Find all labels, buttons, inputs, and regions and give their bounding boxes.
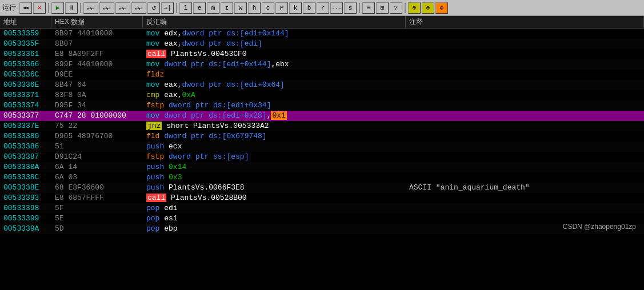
toolbar-btn-help[interactable]: ? [390,2,402,14]
cell-disasm: pop edi [143,203,406,214]
toolbar-btn-grid[interactable]: ⊞ [376,2,389,14]
cell-addr: 0053335F [0,39,51,49]
table-row[interactable]: 00533399 5E pop esi [0,214,644,224]
cell-hex: 899F 44010000 [51,59,143,70]
toolbar-sep-5 [405,3,406,13]
table-row[interactable]: 00533359 8B97 44010000 mov edx,dword ptr… [0,29,644,39]
table-row[interactable]: 0053338E 68 E8F36600 push PlantsVs.0066F… [0,183,644,193]
table-row[interactable]: 00533393 E8 6857FFFF call PlantsVs.00528… [0,193,644,203]
toolbar-sep-1 [48,3,49,13]
table-row[interactable]: 00533377 C747 28 01000000 mov dword ptr … [0,111,644,121]
toolbar-btn-r[interactable]: r [317,2,329,14]
table-row[interactable]: 00533380 D905 48976700 fld dword ptr ds:… [0,131,644,142]
cell-comment [406,111,644,121]
cell-comment [406,70,644,80]
cell-comment [406,59,644,70]
cell-addr: 0053336C [0,70,51,80]
toolbar-btn-h[interactable]: h [248,2,261,14]
cell-disasm: mov dword ptr ds:[edi+0x28],0x1 [143,111,406,121]
cell-disasm: mov edx,dword ptr ds:[edi+0x144] [143,29,406,39]
toolbar-btn-undo[interactable]: ↺ [147,2,160,14]
toolbar-btn-opt1[interactable]: ⊕ [408,2,421,14]
cell-disasm: fld dword ptr ds:[0x679748] [143,131,406,142]
toolbar-btn-pause[interactable]: ⏸ [65,2,78,14]
toolbar-btn-animate[interactable]: ↵↵ [131,2,146,14]
toolbar-btn-stop[interactable]: ✕ [33,2,46,14]
cell-addr: 0053336E [0,80,51,90]
toolbar-sep-3 [176,3,177,13]
cell-comment [406,203,644,214]
toolbar-btn-c[interactable]: c [262,2,274,14]
toolbar-btn-t[interactable]: t [221,2,233,14]
table-row[interactable]: 00533387 D91C24 fstp dword ptr ss:[esp] [0,152,644,162]
cell-comment [406,49,644,59]
cell-hex: 6A 03 [51,172,143,183]
toolbar-btn-stepout[interactable]: ↵↵ [115,2,130,14]
table-row[interactable]: 00533374 D95F 34 fstp dword ptr ds:[edi+… [0,100,644,111]
cell-hex: 75 22 [51,121,143,131]
cell-hex: D95F 34 [51,100,143,111]
cell-addr: 00533387 [0,152,51,162]
cell-disasm: push PlantsVs.0066F3E8 [143,183,406,193]
toolbar-btn-opt2[interactable]: ⊕ [422,2,434,14]
toolbar-btn-play[interactable] [51,2,64,14]
cell-disasm: pop esi [143,214,406,224]
table-row[interactable]: 0053339A 5D pop ebp [0,224,644,234]
table-row[interactable]: 0053335F 8B07 mov eax,dword ptr ds:[edi] [0,39,644,49]
cell-disasm: mov dword ptr ds:[edi+0x144],ebx [143,59,406,70]
table-row[interactable]: 00533366 899F 44010000 mov dword ptr ds:… [0,59,644,70]
cell-hex: D91C24 [51,152,143,162]
cell-comment [406,121,644,131]
toolbar-btn-m[interactable]: m [207,2,219,14]
cell-disasm: pop ebp [143,224,406,234]
toolbar-btn-l[interactable]: l [179,2,192,14]
cell-comment [406,142,644,152]
cell-addr: 0053338E [0,183,51,193]
toolbar-btn-list[interactable]: ≡ [362,2,375,14]
cell-comment [406,100,644,111]
toolbar-btn-rw[interactable] [19,2,32,14]
cell-hex: 8B47 64 [51,80,143,90]
cell-hex: 8B07 [51,39,143,49]
toolbar-btn-e[interactable]: e [193,2,206,14]
table-row[interactable]: 0053338C 6A 03 push 0x3 [0,172,644,183]
cell-comment [406,193,644,203]
toolbar-btn-w[interactable]: w [234,2,247,14]
cell-hex: E8 8A09F2FF [51,49,143,59]
cell-comment [406,131,644,142]
toolbar-btn-stepinto[interactable]: ↵↵ [83,2,98,14]
cell-hex: E8 6857FFFF [51,193,143,203]
toolbar-btn-s[interactable]: s [344,2,357,14]
cell-addr: 0053337E [0,121,51,131]
cell-disasm: mov eax,dword ptr ds:[edi] [143,39,406,49]
table-row[interactable]: 0053338A 6A 14 push 0x14 [0,162,644,172]
table-row[interactable]: 00533361 E8 8A09F2FF call PlantsVs.00453… [0,49,644,59]
cell-disasm: fldz [143,70,406,80]
cell-addr: 00533361 [0,49,51,59]
cell-hex: 68 E8F36600 [51,183,143,193]
table-row[interactable]: 00533371 83F8 0A cmp eax,0xA [0,90,644,100]
toolbar-btn-b[interactable]: b [303,2,315,14]
table-row[interactable]: 0053336C D9EE fldz [0,70,644,80]
cell-comment [406,162,644,172]
cell-disasm: call PlantsVs.00528B00 [143,193,406,203]
toolbar-btn-p[interactable]: P [275,2,288,14]
cell-comment [406,80,644,90]
cell-addr: 00533399 [0,214,51,224]
toolbar-btn-k[interactable]: k [289,2,302,14]
toolbar-btn-opt3[interactable]: ⊘ [435,2,448,14]
table-row[interactable]: 00533398 5F pop edi [0,203,644,214]
toolbar-btn-goto[interactable]: →| [161,2,174,14]
cell-comment [406,39,644,49]
table-row[interactable]: 0053337E 75 22 jnz short PlantsVs.005333… [0,121,644,131]
toolbar-btn-stepover[interactable]: ↵↵ [99,2,114,14]
cell-hex: D9EE [51,70,143,80]
cell-comment [406,152,644,162]
toolbar: 运行 ✕ ⏸ ↵↵ ↵↵ ↵↵ ↵↵ ↺ →| l e m t w h c P … [0,0,644,16]
table-row[interactable]: 0053336E 8B47 64 mov eax,dword ptr ds:[e… [0,80,644,90]
col-comment: 注释 [406,16,644,28]
cell-hex: 5F [51,203,143,214]
cell-hex: C747 28 01000000 [51,111,143,121]
table-row[interactable]: 00533386 51 push ecx [0,142,644,152]
toolbar-btn-ellipsis[interactable]: ... [330,2,343,14]
